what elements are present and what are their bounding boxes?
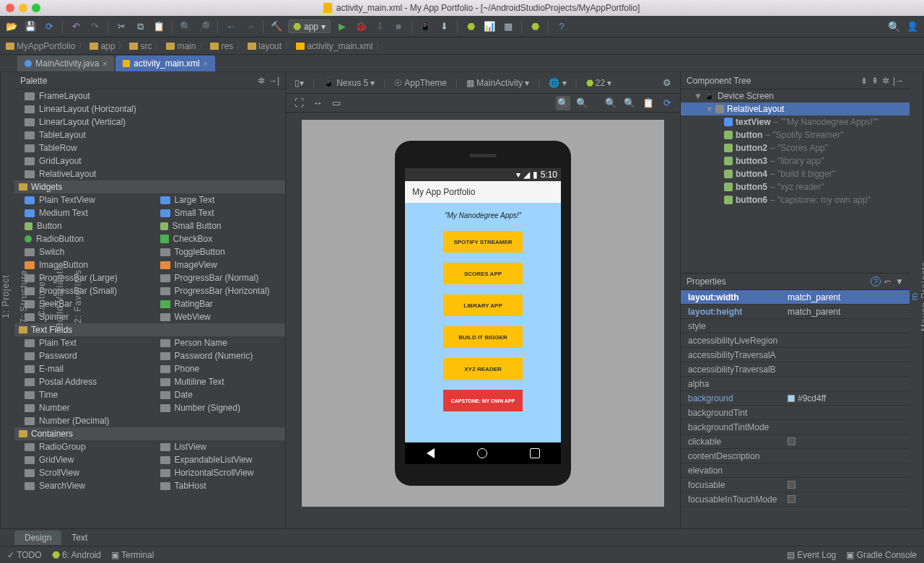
palette-item[interactable]: CheckBox: [150, 232, 286, 245]
sdk-icon[interactable]: ⬇: [437, 19, 451, 34]
crumb[interactable]: activity_main.xml: [296, 41, 372, 51]
replace-icon[interactable]: 🔎: [197, 19, 212, 34]
close-traffic-light[interactable]: [6, 4, 14, 12]
open-icon[interactable]: 📂: [4, 19, 19, 34]
palette-item[interactable]: HorizontalScrollView: [150, 466, 286, 479]
gear-icon[interactable]: ✲: [882, 76, 889, 86]
redo-icon[interactable]: ↷: [87, 19, 102, 34]
crumb[interactable]: MyAppPortfolio: [6, 41, 75, 51]
gradle-console-toolwindow[interactable]: ▣ Gradle Console: [846, 550, 917, 560]
tab-text[interactable]: Text: [61, 531, 97, 545]
app-button[interactable]: SPOTIFY STREAMER: [443, 231, 523, 253]
forward-icon[interactable]: →: [243, 19, 257, 34]
tree-node[interactable]: button4 – "build it bigger": [681, 167, 910, 180]
back-nav-icon[interactable]: [427, 448, 435, 458]
app-button-capstone[interactable]: CAPSTONE: MY OWN APP: [443, 390, 523, 411]
palette-item[interactable]: ToggleButton: [150, 245, 286, 258]
property-row[interactable]: accessibilityLiveRegion: [681, 333, 910, 348]
palette-item[interactable]: Password (Numeric): [150, 349, 286, 362]
close-tab-icon[interactable]: ×: [204, 60, 208, 68]
property-row[interactable]: accessibilityTraversalB: [681, 362, 910, 377]
android-toolwindow[interactable]: ⬣ 6: Android: [52, 549, 101, 560]
tab-design[interactable]: Design: [14, 531, 61, 545]
attach-icon[interactable]: ⇩: [372, 19, 387, 34]
property-row[interactable]: style: [681, 319, 910, 333]
collapse-icon[interactable]: ⇞: [871, 76, 879, 86]
profiler-icon[interactable]: 📊: [482, 19, 497, 34]
zoom-traffic-light[interactable]: [32, 4, 40, 12]
palette-item[interactable]: Phone: [150, 362, 286, 375]
api-dropdown[interactable]: ⬣ 22 ▾: [583, 78, 614, 88]
gear-icon[interactable]: ⚙: [660, 76, 674, 90]
eventlog-toolwindow[interactable]: ▤ Event Log: [787, 550, 836, 560]
gear-icon[interactable]: ✲: [258, 76, 265, 86]
palette-item[interactable]: Large Text: [150, 193, 286, 206]
run-button[interactable]: ▶: [335, 19, 349, 34]
make-icon[interactable]: 🔨: [269, 19, 284, 34]
recents-nav-icon[interactable]: [530, 448, 540, 458]
palette-item[interactable]: ProgressBar (Normal): [150, 271, 286, 284]
tree-node[interactable]: textView – ""My Nanodegree Apps!"": [681, 115, 910, 128]
tree-node[interactable]: button6 – "capstone: my own app": [681, 193, 910, 206]
app-button[interactable]: SCORES APP: [443, 263, 523, 284]
todo-toolwindow[interactable]: ✓ TODO: [7, 550, 42, 560]
app-button[interactable]: BUILD IT BIGGER: [443, 326, 523, 348]
property-row[interactable]: focusable: [681, 478, 910, 492]
editor-tab-java[interactable]: MainActivity.java ×: [17, 56, 114, 71]
palette-item[interactable]: Date: [150, 388, 286, 401]
run-config-dropdown[interactable]: ⬣ app ▾: [288, 19, 331, 33]
terminal-toolwindow[interactable]: ▣ Terminal: [111, 550, 154, 560]
hide-icon[interactable]: |→: [893, 76, 904, 86]
undo-icon[interactable]: ↶: [69, 19, 83, 34]
palette-item[interactable]: ExpandableListView: [150, 453, 286, 466]
palette-item[interactable]: Number (Signed): [150, 401, 286, 414]
property-row[interactable]: layout:heightmatch_parent: [681, 305, 910, 319]
help-icon[interactable]: ?: [554, 19, 569, 34]
tree-node-device[interactable]: ▼📱Device Screen: [681, 90, 910, 102]
palette-item[interactable]: RatingBar: [150, 297, 286, 310]
back-icon[interactable]: ←: [224, 19, 238, 34]
palette-item[interactable]: ProgressBar (Horizontal): [150, 284, 286, 297]
component-tree[interactable]: ▼📱Device Screen ▼RelativeLayout textView…: [681, 90, 910, 273]
hide-icon[interactable]: →|: [269, 76, 279, 86]
user-icon[interactable]: 👤: [905, 19, 920, 34]
arrows-icon[interactable]: ↔: [310, 96, 325, 110]
right-tool-gutter[interactable]: mMaven ProjectsGradle: [910, 72, 924, 528]
tree-node[interactable]: button5 – "xyz reader": [681, 180, 910, 193]
sync-icon[interactable]: ⟳: [42, 19, 56, 34]
left-tool-gutter[interactable]: 1: Project7: StructureCapturesBuild Vari…: [0, 72, 14, 528]
editor-tab-xml[interactable]: activity_main.xml ×: [116, 56, 214, 71]
home-nav-icon[interactable]: [477, 448, 487, 458]
zoom-actual-icon[interactable]: 🔍: [575, 96, 589, 110]
expand-icon[interactable]: ⛶: [292, 96, 306, 110]
property-row[interactable]: backgroundTintMode: [681, 420, 910, 435]
tree-node[interactable]: button – "Spotify Streamer": [681, 128, 910, 141]
activity-dropdown[interactable]: ▦ MainActivity ▾: [463, 78, 532, 88]
tree-node[interactable]: button2 – "Scores App": [681, 141, 910, 154]
help-icon[interactable]: ?: [871, 276, 881, 287]
monitor-icon[interactable]: ⬣: [463, 19, 478, 34]
palette-item[interactable]: TabHost: [150, 479, 286, 492]
zoom-fit-icon[interactable]: 🔍: [556, 96, 570, 110]
search-everywhere-icon[interactable]: 🔍: [886, 19, 901, 34]
crumb[interactable]: main: [166, 41, 196, 51]
property-row[interactable]: contentDescription: [681, 449, 910, 463]
layout-icon[interactable]: ▦: [501, 19, 515, 34]
reset-icon[interactable]: ⤺: [884, 276, 892, 287]
palette-item[interactable]: Multiline Text: [150, 375, 286, 388]
app-button[interactable]: LIBRARY APP: [443, 294, 523, 316]
avd-icon[interactable]: 📱: [418, 19, 432, 34]
app-button[interactable]: XYZ READER: [443, 358, 523, 380]
property-row[interactable]: background#9cd4ff: [681, 391, 910, 406]
close-tab-icon[interactable]: ×: [103, 60, 107, 68]
crumb[interactable]: layout: [248, 41, 282, 51]
palette-item[interactable]: WebView: [150, 310, 286, 323]
debug-button[interactable]: 🐞: [354, 19, 368, 34]
filter-icon[interactable]: ▼: [895, 276, 904, 287]
viewport-icon[interactable]: ▭: [329, 96, 344, 110]
property-row[interactable]: focusableInTouchMode: [681, 492, 910, 507]
tree-node-relativelayout[interactable]: ▼RelativeLayout: [681, 102, 910, 115]
property-row[interactable]: alpha: [681, 377, 910, 391]
find-icon[interactable]: 🔍: [178, 19, 193, 34]
device-dropdown[interactable]: 📱 Nexus 5 ▾: [321, 78, 378, 88]
